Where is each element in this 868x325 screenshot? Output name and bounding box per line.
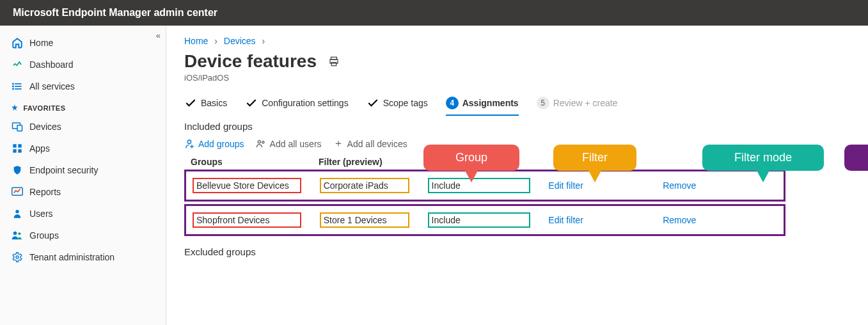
- app-title: Microsoft Endpoint Manager admin center: [13, 7, 217, 19]
- column-filter: Filter (preview): [319, 157, 427, 167]
- callout-filter: Filter: [553, 145, 636, 171]
- svg-point-20: [187, 140, 191, 143]
- svg-rect-9: [18, 144, 21, 147]
- action-label: Add all users: [270, 139, 322, 149]
- breadcrumb-devices[interactable]: Devices: [224, 36, 256, 46]
- svg-rect-19: [331, 63, 336, 66]
- remove-link[interactable]: Remove: [663, 180, 696, 191]
- sidebar-item-label: Apps: [29, 143, 50, 154]
- sidebar-item-label: All services: [29, 81, 75, 91]
- sidebar-item-devices[interactable]: Devices: [0, 116, 166, 138]
- add-all-devices-button[interactable]: ＋ Add all devices: [333, 137, 407, 150]
- table-row: Shopfront Devices Store 1 Devices Includ…: [184, 204, 785, 236]
- sidebar-item-tenant-admin[interactable]: Tenant administration: [0, 246, 166, 268]
- devices-icon: [12, 121, 23, 132]
- step-label: Assignments: [462, 98, 519, 108]
- svg-point-22: [262, 141, 264, 143]
- action-label: Add all devices: [347, 139, 407, 149]
- column-groups: Groups: [191, 157, 319, 167]
- edit-filter-link[interactable]: Edit filter: [548, 180, 583, 191]
- sidebar-item-home[interactable]: Home: [0, 32, 166, 54]
- sidebar-item-label: Tenant administration: [29, 252, 114, 262]
- home-icon: [12, 37, 23, 49]
- svg-rect-7: [17, 125, 22, 131]
- star-icon: ★: [12, 104, 19, 112]
- print-button[interactable]: [326, 53, 342, 70]
- step-review[interactable]: 5 Review + create: [537, 97, 618, 109]
- svg-point-13: [15, 210, 19, 213]
- reports-icon: [12, 186, 23, 198]
- sidebar: « Home Dashboard All services ★ FAVORITE…: [0, 26, 166, 325]
- step-number: 4: [446, 97, 459, 109]
- svg-point-4: [13, 86, 13, 86]
- sidebar-item-all-services[interactable]: All services: [0, 75, 166, 97]
- favorites-label: FAVORITES: [24, 104, 66, 112]
- breadcrumb-home[interactable]: Home: [184, 36, 208, 46]
- svg-rect-11: [18, 149, 21, 152]
- table-row: Bellevue Store Devices Corporate iPads I…: [184, 170, 785, 202]
- sidebar-item-label: Groups: [29, 230, 59, 241]
- print-icon: [328, 56, 340, 67]
- step-assignments[interactable]: 4 Assignments: [446, 97, 519, 109]
- cell-group: Bellevue Store Devices: [193, 178, 301, 193]
- action-label: Add groups: [198, 139, 244, 149]
- edit-filter-link[interactable]: Edit filter: [548, 215, 583, 225]
- svg-point-16: [16, 256, 19, 258]
- cell-filter: Store 1 Devices: [320, 212, 409, 228]
- sidebar-collapse-icon[interactable]: «: [156, 31, 161, 40]
- sidebar-item-users[interactable]: Users: [0, 203, 166, 225]
- step-scope-tags[interactable]: Scope tags: [367, 97, 428, 109]
- sidebar-item-label: Endpoint security: [29, 165, 98, 175]
- page-title: Device features: [184, 51, 317, 72]
- sidebar-item-reports[interactable]: Reports: [0, 181, 166, 203]
- sidebar-item-groups[interactable]: Groups: [0, 225, 166, 246]
- included-groups-label: Included groups: [184, 121, 850, 132]
- plus-icon: ＋: [333, 137, 343, 150]
- user-icon: [12, 208, 23, 219]
- excluded-groups-label: Excluded groups: [184, 246, 850, 257]
- sidebar-item-label: Dashboard: [29, 59, 74, 70]
- cell-filter: Corporate iPads: [320, 178, 409, 193]
- add-groups-button[interactable]: Add groups: [184, 137, 244, 150]
- gear-icon: [12, 251, 23, 263]
- step-label: Review + create: [553, 98, 618, 108]
- sidebar-item-dashboard[interactable]: Dashboard: [0, 54, 166, 75]
- sidebar-item-label: Home: [29, 38, 53, 48]
- sidebar-item-label: Devices: [29, 122, 61, 132]
- list-icon: [12, 81, 23, 92]
- favorites-header: ★ FAVORITES: [0, 97, 166, 116]
- svg-point-21: [258, 140, 260, 143]
- add-all-users-button[interactable]: Add all users: [256, 137, 322, 150]
- callout-filter-mode: Filter mode: [702, 145, 824, 171]
- svg-point-3: [13, 83, 13, 84]
- sidebar-item-endpoint-security[interactable]: Endpoint security: [0, 159, 166, 181]
- callout-assignment: Assignment: [844, 145, 868, 171]
- cell-filter-mode: Include: [428, 212, 530, 228]
- people-icon: [256, 139, 266, 149]
- step-label: Basics: [201, 98, 227, 108]
- step-label: Scope tags: [383, 98, 428, 108]
- sidebar-item-apps[interactable]: Apps: [0, 138, 166, 159]
- app-header: Microsoft Endpoint Manager admin center: [0, 0, 868, 26]
- step-basics[interactable]: Basics: [184, 97, 227, 109]
- svg-point-14: [13, 232, 17, 235]
- step-configuration[interactable]: Configuration settings: [245, 97, 348, 109]
- svg-point-5: [13, 88, 13, 89]
- svg-point-15: [18, 232, 20, 235]
- shield-icon: [12, 164, 23, 176]
- step-label: Configuration settings: [262, 98, 348, 108]
- step-number: 5: [537, 97, 549, 109]
- svg-rect-8: [13, 144, 16, 147]
- callout-group: Group: [423, 145, 519, 171]
- svg-rect-10: [13, 149, 16, 152]
- dashboard-icon: [12, 59, 23, 70]
- chevron-right-icon: ›: [262, 36, 265, 46]
- check-icon: [367, 97, 379, 109]
- check-icon: [184, 97, 197, 109]
- wizard-steps: Basics Configuration settings Scope tags…: [184, 97, 850, 109]
- remove-link[interactable]: Remove: [663, 215, 696, 225]
- main-content: Home › Devices › Device features iOS/iPa…: [166, 26, 868, 325]
- add-person-icon: [184, 139, 194, 149]
- check-icon: [245, 97, 258, 109]
- breadcrumb: Home › Devices ›: [184, 36, 850, 46]
